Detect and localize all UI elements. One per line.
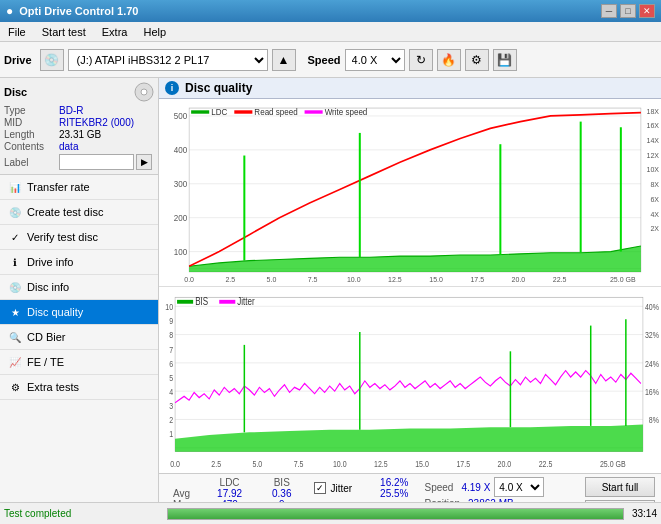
disc-contents-row: Contents data xyxy=(4,141,154,152)
settings-button[interactable]: ⚙ xyxy=(465,49,489,71)
svg-text:6X: 6X xyxy=(650,194,659,204)
chart2-container: 10 9 8 7 6 5 4 3 2 1 40% 32% 24% 16% 8% xyxy=(159,287,661,474)
svg-text:12.5: 12.5 xyxy=(388,275,402,285)
svg-text:22.5: 22.5 xyxy=(553,275,567,285)
menu-help[interactable]: Help xyxy=(139,25,170,39)
svg-text:Jitter: Jitter xyxy=(237,296,254,307)
maximize-button[interactable]: □ xyxy=(620,4,636,18)
cd-bier-icon: 🔍 xyxy=(8,330,22,344)
svg-text:17.5: 17.5 xyxy=(456,459,470,469)
disc-quality-icon: ★ xyxy=(8,305,22,319)
menu-extra[interactable]: Extra xyxy=(98,25,132,39)
svg-text:8X: 8X xyxy=(650,180,659,190)
drive-icon: 💿 xyxy=(40,49,64,71)
disc-label-btn[interactable]: ▶ xyxy=(136,154,152,170)
sidebar-item-drive-info[interactable]: ℹ Drive info xyxy=(0,250,158,275)
disc-type-value: BD-R xyxy=(59,105,154,116)
disc-mid-row: MID RITEKBR2 (000) xyxy=(4,117,154,128)
sidebar-item-verify-test-disc[interactable]: ✓ Verify test disc xyxy=(0,225,158,250)
disc-label-input[interactable] xyxy=(59,154,134,170)
svg-text:18X: 18X xyxy=(647,106,659,116)
minimize-button[interactable]: ─ xyxy=(601,4,617,18)
svg-point-1 xyxy=(141,89,147,95)
speed-dropdown[interactable]: 4.0 X xyxy=(494,477,544,497)
max-label2 xyxy=(356,488,372,499)
disc-length-value: 23.31 GB xyxy=(59,129,154,140)
dq-icon: i xyxy=(165,81,179,95)
sidebar-item-fe-te[interactable]: 📈 FE / TE xyxy=(0,350,158,375)
disc-info-label: Disc info xyxy=(27,281,69,293)
speed-label2: Speed xyxy=(424,482,453,493)
avg-label2 xyxy=(356,477,372,488)
jitter-table: 16.2% 25.5% xyxy=(356,477,416,499)
svg-text:20.0: 20.0 xyxy=(498,459,512,469)
sidebar-item-transfer-rate[interactable]: 📊 Transfer rate xyxy=(0,175,158,200)
svg-rect-44 xyxy=(305,110,323,113)
svg-text:7.5: 7.5 xyxy=(308,275,318,285)
toolbar: Drive 💿 (J:) ATAPI iHBS312 2 PL17 ▲ Spee… xyxy=(0,42,661,78)
speed-row: Speed 4.19 X 4.0 X xyxy=(424,477,544,497)
svg-text:7: 7 xyxy=(169,344,173,354)
sidebar-item-extra-tests[interactable]: ⚙ Extra tests xyxy=(0,375,158,400)
app-title: Opti Drive Control 1.70 xyxy=(19,5,138,17)
sidebar-item-create-test-disc[interactable]: 💿 Create test disc xyxy=(0,200,158,225)
start-full-button[interactable]: Start full xyxy=(585,477,655,497)
content-area: i Disc quality 500 400 300 200 100 18X 1 xyxy=(159,78,661,524)
sidebar-item-disc-quality[interactable]: ★ Disc quality xyxy=(0,300,158,325)
svg-text:Read speed: Read speed xyxy=(254,106,298,117)
disc-section: Disc Type BD-R MID RITEKBR2 (000) Length… xyxy=(0,78,158,175)
verify-test-disc-icon: ✓ xyxy=(8,230,22,244)
status-bar: Test completed 33:14 xyxy=(0,502,661,524)
max-jitter: 25.5% xyxy=(372,488,416,499)
disc-length-row: Length 23.31 GB xyxy=(4,129,154,140)
sidebar-item-disc-info[interactable]: 💿 Disc info xyxy=(0,275,158,300)
svg-text:2.5: 2.5 xyxy=(225,275,235,285)
save-button[interactable]: 💾 xyxy=(493,49,517,71)
drive-info-icon: ℹ xyxy=(8,255,22,269)
disc-section-title: Disc xyxy=(4,86,27,98)
dq-title: Disc quality xyxy=(185,81,252,95)
svg-text:8%: 8% xyxy=(649,415,659,425)
sidebar: Disc Type BD-R MID RITEKBR2 (000) Length… xyxy=(0,78,159,524)
svg-text:2X: 2X xyxy=(650,224,659,234)
avg-bis: 0.36 xyxy=(257,488,306,499)
menu-start-test[interactable]: Start test xyxy=(38,25,90,39)
charts-area: 500 400 300 200 100 18X 16X 14X 12X 10X … xyxy=(159,99,661,473)
disc-quality-label: Disc quality xyxy=(27,306,83,318)
svg-text:BIS: BIS xyxy=(195,296,208,307)
svg-text:6: 6 xyxy=(169,358,173,368)
close-button[interactable]: ✕ xyxy=(639,4,655,18)
sidebar-item-cd-bier[interactable]: 🔍 CD Bier xyxy=(0,325,158,350)
svg-text:15.0: 15.0 xyxy=(415,459,429,469)
svg-text:20.0: 20.0 xyxy=(512,275,526,285)
disc-section-icon xyxy=(134,82,154,102)
svg-text:3: 3 xyxy=(169,401,173,411)
svg-text:14X: 14X xyxy=(647,136,659,146)
disc-mid-label: MID xyxy=(4,117,59,128)
progress-bar-container xyxy=(167,508,624,520)
jitter-checkbox[interactable]: ✓ xyxy=(314,482,326,494)
eject-button[interactable]: ▲ xyxy=(272,49,296,71)
title-bar-left: ● Opti Drive Control 1.70 xyxy=(6,4,138,18)
disc-type-label: Type xyxy=(4,105,59,116)
svg-text:17.5: 17.5 xyxy=(470,275,484,285)
svg-text:4: 4 xyxy=(169,387,173,397)
drive-info-label: Drive info xyxy=(27,256,73,268)
refresh-button[interactable]: ↻ xyxy=(409,49,433,71)
disc-header: Disc xyxy=(4,82,154,102)
svg-text:5.0: 5.0 xyxy=(267,275,277,285)
burn-button[interactable]: 🔥 xyxy=(437,49,461,71)
fe-te-icon: 📈 xyxy=(8,355,22,369)
transfer-rate-icon: 📊 xyxy=(8,180,22,194)
svg-rect-87 xyxy=(219,299,235,303)
svg-rect-40 xyxy=(191,110,209,113)
drive-select[interactable]: (J:) ATAPI iHBS312 2 PL17 xyxy=(68,49,268,71)
menu-bar: File Start test Extra Help xyxy=(0,22,661,42)
fe-te-label: FE / TE xyxy=(27,356,64,368)
speed-select[interactable]: 4.0 X xyxy=(345,49,405,71)
avg-ldc: 17.92 xyxy=(202,488,257,499)
svg-text:22.5: 22.5 xyxy=(539,459,553,469)
disc-contents-value: data xyxy=(59,141,154,152)
menu-file[interactable]: File xyxy=(4,25,30,39)
svg-text:40%: 40% xyxy=(645,302,659,312)
